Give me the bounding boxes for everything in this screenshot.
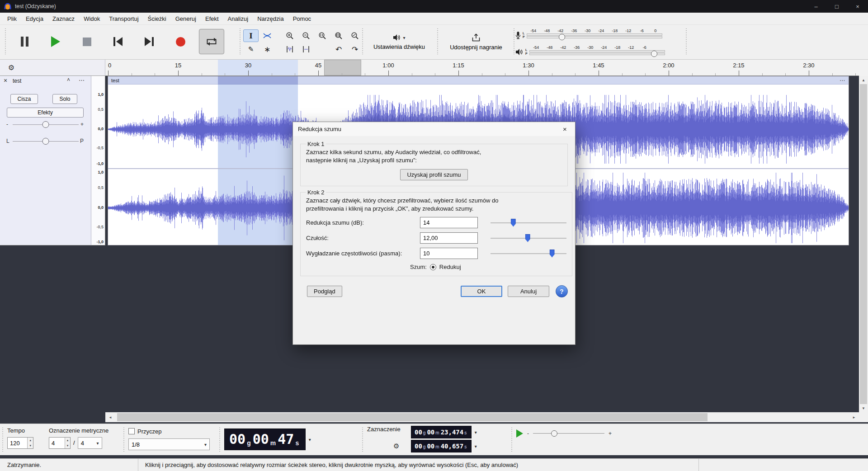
- menu-item-pomoc[interactable]: Pomoc: [288, 14, 316, 24]
- track-menu-icon[interactable]: ⋯: [79, 77, 85, 84]
- frequency-smoothing-slider[interactable]: [491, 249, 566, 258]
- reduce-radio[interactable]: [430, 264, 436, 270]
- audio-setup-button[interactable]: ▾ Ustawienia dźwięku: [365, 29, 433, 55]
- time-grip[interactable]: [219, 428, 221, 452]
- track-vertical-ruler[interactable]: 1,00,50,0-0,5-1,01,00,50,0-0,5-1,0: [91, 76, 105, 245]
- silence-audio-button[interactable]: [298, 43, 314, 56]
- noise-reduction-slider-thumb[interactable]: [511, 219, 516, 227]
- sensitivity-slider-thumb[interactable]: [525, 234, 530, 242]
- menu-item-widok[interactable]: Widok: [79, 14, 104, 24]
- track-name[interactable]: test: [13, 78, 21, 84]
- share-grip[interactable]: [437, 28, 439, 56]
- meter-grip[interactable]: [513, 28, 515, 56]
- zoom-toggle-button[interactable]: [347, 29, 363, 42]
- ok-button[interactable]: OK: [461, 286, 502, 297]
- time-display-group[interactable]: 00g00m47s ▾: [224, 429, 314, 450]
- menu-item-generuj[interactable]: Generuj: [171, 14, 201, 24]
- timesig-upper-input[interactable]: [49, 438, 65, 448]
- noise-reduction-slider[interactable]: [491, 218, 566, 227]
- vertical-scrollbar[interactable]: ▲ ▼: [859, 76, 868, 412]
- menu-item-efekt[interactable]: Efekt: [201, 14, 223, 24]
- snap-grip[interactable]: [123, 428, 125, 452]
- selection-options-gear-icon[interactable]: ⚙: [393, 442, 399, 450]
- record-button[interactable]: [168, 29, 193, 54]
- scroll-right-icon[interactable]: ▸: [849, 412, 859, 422]
- close-button[interactable]: ×: [847, 0, 868, 13]
- timesig-up-icon[interactable]: ▴: [65, 438, 70, 443]
- fit-project-button[interactable]: [331, 29, 346, 42]
- tempo-up-icon[interactable]: ▴: [28, 438, 33, 443]
- tempo-grip[interactable]: [2, 428, 4, 452]
- snap-select[interactable]: 1/8 ▾: [128, 438, 210, 450]
- play-speed-slider[interactable]: [533, 430, 604, 437]
- sensitivity-slider[interactable]: [491, 234, 566, 243]
- gain-slider-thumb[interactable]: [42, 121, 49, 128]
- playback-meter[interactable]: LP -54-48-42-36-30-24-18-12-6: [515, 45, 665, 59]
- horizontal-scrollbar[interactable]: ◂ ▸: [105, 412, 859, 422]
- stop-button[interactable]: [74, 29, 99, 54]
- timeline-selection[interactable]: [218, 60, 298, 75]
- tempo-input[interactable]: [8, 438, 27, 448]
- dialog-title-bar[interactable]: Redukcja szumu ×: [293, 122, 575, 136]
- timesig-upper-spinner[interactable]: ▴▾: [49, 437, 71, 449]
- trim-audio-button[interactable]: [282, 43, 297, 56]
- selection-end-value[interactable]: 00g00m40,657s: [411, 440, 472, 452]
- frequency-smoothing-input[interactable]: [420, 248, 478, 259]
- selection-grip[interactable]: [362, 428, 363, 452]
- selection-end-caret-icon[interactable]: ▾: [472, 444, 480, 449]
- scroll-up-icon[interactable]: ▲: [859, 76, 868, 84]
- tempo-spinner[interactable]: ▴▾: [7, 437, 33, 449]
- vertical-scrollbar-thumb[interactable]: [860, 84, 867, 404]
- pan-slider[interactable]: [13, 138, 79, 145]
- cancel-button[interactable]: Anuluj: [508, 286, 549, 297]
- rec-meter-scale[interactable]: -54-48-42-36-30-24-18-12-60: [527, 28, 662, 42]
- get-noise-profile-button[interactable]: Uzyskaj profil szumu: [400, 169, 467, 180]
- undo-button[interactable]: ↶: [331, 43, 346, 56]
- preview-button[interactable]: Podgląd: [307, 286, 342, 297]
- time-display-caret-icon[interactable]: ▾: [306, 437, 314, 442]
- tools-grip[interactable]: [239, 28, 241, 56]
- maximize-button[interactable]: □: [826, 0, 847, 13]
- selection-start-value[interactable]: 00g00m23,474s: [411, 426, 472, 438]
- play-button[interactable]: [43, 29, 68, 54]
- draw-tool-button[interactable]: ✎: [243, 43, 259, 56]
- pan-slider-thumb[interactable]: [42, 138, 49, 145]
- redo-button[interactable]: ↷: [347, 43, 363, 56]
- mute-button[interactable]: Cisza: [10, 94, 38, 104]
- time-display-value[interactable]: 00g00m47s: [224, 429, 306, 450]
- reduce-radio-label[interactable]: Redukuj: [439, 264, 461, 270]
- snap-checkbox[interactable]: [128, 428, 135, 434]
- menu-item-narzędzia[interactable]: Narzędzia: [253, 14, 288, 24]
- menu-item-analizuj[interactable]: Analizuj: [223, 14, 253, 24]
- play-meter-scale[interactable]: -54-48-42-36-30-24-18-12-6: [529, 45, 665, 59]
- transport-grip[interactable]: [5, 28, 6, 56]
- sensitivity-input[interactable]: [420, 232, 478, 244]
- gain-slider[interactable]: [13, 121, 79, 128]
- fit-selection-button[interactable]: [315, 29, 330, 42]
- menu-item-edycja[interactable]: Edycja: [21, 14, 48, 24]
- timesig-lower-select[interactable]: 4 ▾: [78, 437, 102, 449]
- clip-menu-icon[interactable]: ⋯: [840, 77, 845, 84]
- speed-plus-label[interactable]: +: [609, 430, 612, 437]
- tempo-down-icon[interactable]: ▾: [28, 443, 33, 448]
- timeline-loop-region[interactable]: [324, 60, 361, 75]
- track-close-icon[interactable]: ×: [4, 77, 7, 84]
- skip-to-end-button[interactable]: [137, 29, 162, 54]
- noise-reduction-input[interactable]: [420, 217, 478, 228]
- audio-setup-grip[interactable]: [362, 28, 363, 56]
- timeline-ruler[interactable]: 01530451:001:151:301:452:002:152:30: [105, 60, 859, 76]
- snap-label[interactable]: Przyczep: [137, 428, 161, 435]
- effects-button[interactable]: Efekty: [7, 108, 84, 118]
- multi-tool-button[interactable]: ∗: [259, 43, 275, 56]
- pause-button[interactable]: [12, 29, 37, 54]
- meter-end-grip[interactable]: [685, 28, 687, 56]
- play-at-speed-icon[interactable]: [516, 429, 523, 438]
- horizontal-scrollbar-thumb[interactable]: [117, 413, 708, 421]
- play-speed-slider-thumb[interactable]: [551, 430, 557, 437]
- menu-item-zaznacz[interactable]: Zaznacz: [48, 14, 79, 24]
- recording-volume-slider[interactable]: [559, 34, 565, 40]
- selection-start-caret-icon[interactable]: ▾: [472, 430, 480, 435]
- timeline-options-gear-icon[interactable]: ⚙: [5, 62, 17, 74]
- timesig-down-icon[interactable]: ▾: [65, 443, 70, 448]
- zoom-in-button[interactable]: [282, 29, 297, 42]
